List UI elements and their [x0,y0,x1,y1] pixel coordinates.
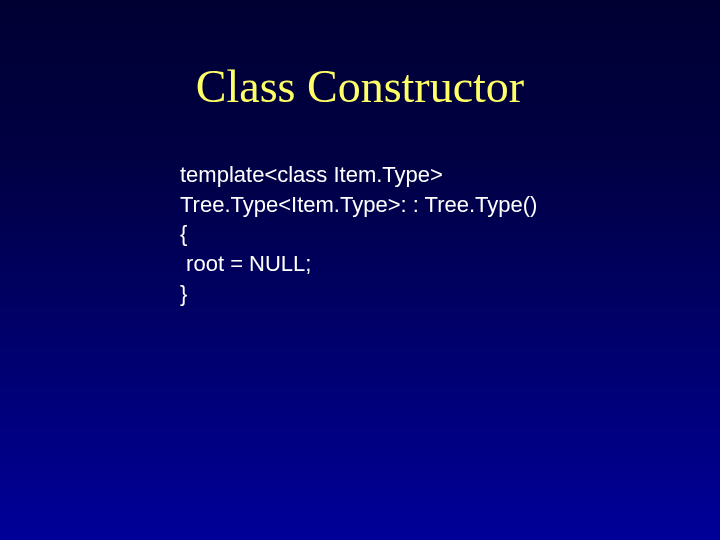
code-line-4: root = NULL; [180,249,537,279]
code-line-3: { [180,219,537,249]
slide-title: Class Constructor [0,60,720,113]
code-block: template<class Item.Type> Tree.Type<Item… [180,160,537,308]
code-line-1: template<class Item.Type> [180,160,537,190]
code-line-5: } [180,279,537,309]
slide: Class Constructor template<class Item.Ty… [0,0,720,540]
code-line-2: Tree.Type<Item.Type>: : Tree.Type() [180,190,537,220]
